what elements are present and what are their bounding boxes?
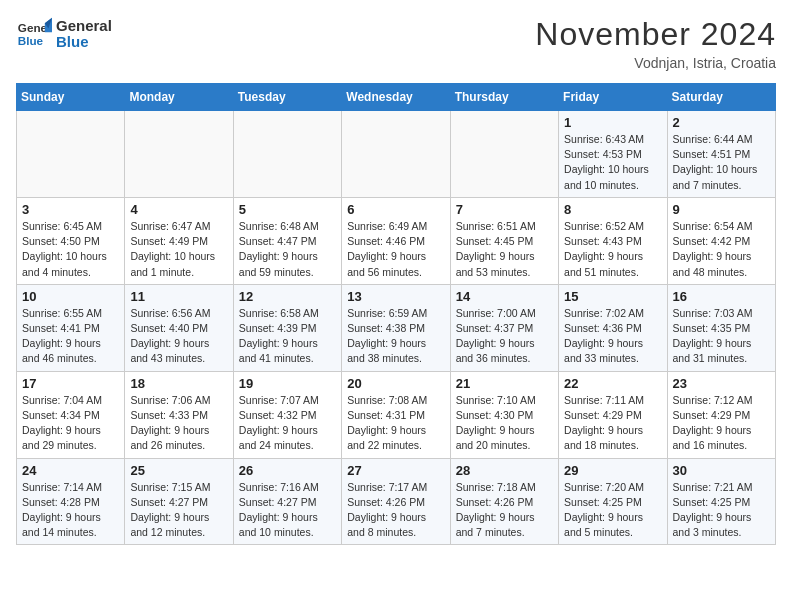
day-number: 11 [130, 289, 227, 304]
day-number: 8 [564, 202, 661, 217]
calendar-header-row: SundayMondayTuesdayWednesdayThursdayFrid… [17, 84, 776, 111]
day-info: Sunrise: 7:12 AM Sunset: 4:29 PM Dayligh… [673, 393, 770, 454]
calendar-cell: 25Sunrise: 7:15 AM Sunset: 4:27 PM Dayli… [125, 458, 233, 545]
calendar-cell: 5Sunrise: 6:48 AM Sunset: 4:47 PM Daylig… [233, 197, 341, 284]
day-info: Sunrise: 6:59 AM Sunset: 4:38 PM Dayligh… [347, 306, 444, 367]
weekday-header-friday: Friday [559, 84, 667, 111]
calendar-cell: 2Sunrise: 6:44 AM Sunset: 4:51 PM Daylig… [667, 111, 775, 198]
calendar-week-3: 10Sunrise: 6:55 AM Sunset: 4:41 PM Dayli… [17, 284, 776, 371]
logo: General Blue General Blue [16, 16, 112, 52]
day-number: 2 [673, 115, 770, 130]
day-number: 7 [456, 202, 553, 217]
day-info: Sunrise: 7:14 AM Sunset: 4:28 PM Dayligh… [22, 480, 119, 541]
calendar-week-5: 24Sunrise: 7:14 AM Sunset: 4:28 PM Dayli… [17, 458, 776, 545]
calendar-cell: 7Sunrise: 6:51 AM Sunset: 4:45 PM Daylig… [450, 197, 558, 284]
day-info: Sunrise: 6:56 AM Sunset: 4:40 PM Dayligh… [130, 306, 227, 367]
calendar-cell: 28Sunrise: 7:18 AM Sunset: 4:26 PM Dayli… [450, 458, 558, 545]
day-info: Sunrise: 7:21 AM Sunset: 4:25 PM Dayligh… [673, 480, 770, 541]
calendar-cell: 17Sunrise: 7:04 AM Sunset: 4:34 PM Dayli… [17, 371, 125, 458]
calendar-cell [342, 111, 450, 198]
day-info: Sunrise: 7:06 AM Sunset: 4:33 PM Dayligh… [130, 393, 227, 454]
calendar-cell: 9Sunrise: 6:54 AM Sunset: 4:42 PM Daylig… [667, 197, 775, 284]
day-number: 12 [239, 289, 336, 304]
day-info: Sunrise: 7:03 AM Sunset: 4:35 PM Dayligh… [673, 306, 770, 367]
day-number: 6 [347, 202, 444, 217]
day-number: 24 [22, 463, 119, 478]
weekday-header-tuesday: Tuesday [233, 84, 341, 111]
day-info: Sunrise: 6:49 AM Sunset: 4:46 PM Dayligh… [347, 219, 444, 280]
logo-blue: Blue [56, 34, 112, 51]
day-info: Sunrise: 7:18 AM Sunset: 4:26 PM Dayligh… [456, 480, 553, 541]
calendar-cell [125, 111, 233, 198]
calendar-cell: 22Sunrise: 7:11 AM Sunset: 4:29 PM Dayli… [559, 371, 667, 458]
day-info: Sunrise: 6:45 AM Sunset: 4:50 PM Dayligh… [22, 219, 119, 280]
day-info: Sunrise: 6:48 AM Sunset: 4:47 PM Dayligh… [239, 219, 336, 280]
day-info: Sunrise: 7:10 AM Sunset: 4:30 PM Dayligh… [456, 393, 553, 454]
day-number: 14 [456, 289, 553, 304]
calendar-cell: 20Sunrise: 7:08 AM Sunset: 4:31 PM Dayli… [342, 371, 450, 458]
day-number: 23 [673, 376, 770, 391]
day-info: Sunrise: 7:08 AM Sunset: 4:31 PM Dayligh… [347, 393, 444, 454]
day-number: 16 [673, 289, 770, 304]
logo-general: General [56, 18, 112, 35]
day-info: Sunrise: 6:43 AM Sunset: 4:53 PM Dayligh… [564, 132, 661, 193]
day-info: Sunrise: 6:51 AM Sunset: 4:45 PM Dayligh… [456, 219, 553, 280]
day-number: 25 [130, 463, 227, 478]
day-number: 27 [347, 463, 444, 478]
weekday-header-thursday: Thursday [450, 84, 558, 111]
day-info: Sunrise: 7:00 AM Sunset: 4:37 PM Dayligh… [456, 306, 553, 367]
day-info: Sunrise: 6:44 AM Sunset: 4:51 PM Dayligh… [673, 132, 770, 193]
weekday-header-saturday: Saturday [667, 84, 775, 111]
day-info: Sunrise: 7:17 AM Sunset: 4:26 PM Dayligh… [347, 480, 444, 541]
day-info: Sunrise: 7:02 AM Sunset: 4:36 PM Dayligh… [564, 306, 661, 367]
calendar-cell: 18Sunrise: 7:06 AM Sunset: 4:33 PM Dayli… [125, 371, 233, 458]
day-number: 22 [564, 376, 661, 391]
calendar-cell: 15Sunrise: 7:02 AM Sunset: 4:36 PM Dayli… [559, 284, 667, 371]
day-info: Sunrise: 6:52 AM Sunset: 4:43 PM Dayligh… [564, 219, 661, 280]
calendar-cell: 11Sunrise: 6:56 AM Sunset: 4:40 PM Dayli… [125, 284, 233, 371]
calendar-week-1: 1Sunrise: 6:43 AM Sunset: 4:53 PM Daylig… [17, 111, 776, 198]
calendar-cell: 1Sunrise: 6:43 AM Sunset: 4:53 PM Daylig… [559, 111, 667, 198]
day-number: 3 [22, 202, 119, 217]
day-number: 5 [239, 202, 336, 217]
day-info: Sunrise: 7:04 AM Sunset: 4:34 PM Dayligh… [22, 393, 119, 454]
day-number: 15 [564, 289, 661, 304]
day-number: 19 [239, 376, 336, 391]
day-info: Sunrise: 6:47 AM Sunset: 4:49 PM Dayligh… [130, 219, 227, 280]
day-number: 4 [130, 202, 227, 217]
day-info: Sunrise: 6:55 AM Sunset: 4:41 PM Dayligh… [22, 306, 119, 367]
weekday-header-wednesday: Wednesday [342, 84, 450, 111]
calendar-cell: 29Sunrise: 7:20 AM Sunset: 4:25 PM Dayli… [559, 458, 667, 545]
day-number: 20 [347, 376, 444, 391]
calendar-week-2: 3Sunrise: 6:45 AM Sunset: 4:50 PM Daylig… [17, 197, 776, 284]
calendar-cell: 19Sunrise: 7:07 AM Sunset: 4:32 PM Dayli… [233, 371, 341, 458]
day-number: 10 [22, 289, 119, 304]
weekday-header-sunday: Sunday [17, 84, 125, 111]
day-info: Sunrise: 7:20 AM Sunset: 4:25 PM Dayligh… [564, 480, 661, 541]
day-number: 17 [22, 376, 119, 391]
svg-text:Blue: Blue [18, 34, 44, 47]
calendar-cell: 12Sunrise: 6:58 AM Sunset: 4:39 PM Dayli… [233, 284, 341, 371]
day-number: 29 [564, 463, 661, 478]
calendar-cell: 8Sunrise: 6:52 AM Sunset: 4:43 PM Daylig… [559, 197, 667, 284]
day-number: 21 [456, 376, 553, 391]
day-info: Sunrise: 7:07 AM Sunset: 4:32 PM Dayligh… [239, 393, 336, 454]
logo-icon: General Blue [16, 16, 52, 52]
day-number: 18 [130, 376, 227, 391]
calendar-table: SundayMondayTuesdayWednesdayThursdayFrid… [16, 83, 776, 545]
calendar-cell: 4Sunrise: 6:47 AM Sunset: 4:49 PM Daylig… [125, 197, 233, 284]
calendar-cell: 21Sunrise: 7:10 AM Sunset: 4:30 PM Dayli… [450, 371, 558, 458]
day-info: Sunrise: 6:58 AM Sunset: 4:39 PM Dayligh… [239, 306, 336, 367]
calendar-cell: 24Sunrise: 7:14 AM Sunset: 4:28 PM Dayli… [17, 458, 125, 545]
day-number: 26 [239, 463, 336, 478]
calendar-cell: 16Sunrise: 7:03 AM Sunset: 4:35 PM Dayli… [667, 284, 775, 371]
day-number: 9 [673, 202, 770, 217]
day-number: 1 [564, 115, 661, 130]
calendar-cell: 10Sunrise: 6:55 AM Sunset: 4:41 PM Dayli… [17, 284, 125, 371]
calendar-cell [233, 111, 341, 198]
calendar-cell: 14Sunrise: 7:00 AM Sunset: 4:37 PM Dayli… [450, 284, 558, 371]
day-info: Sunrise: 7:15 AM Sunset: 4:27 PM Dayligh… [130, 480, 227, 541]
calendar-cell: 6Sunrise: 6:49 AM Sunset: 4:46 PM Daylig… [342, 197, 450, 284]
location-subtitle: Vodnjan, Istria, Croatia [535, 55, 776, 71]
calendar-cell: 13Sunrise: 6:59 AM Sunset: 4:38 PM Dayli… [342, 284, 450, 371]
